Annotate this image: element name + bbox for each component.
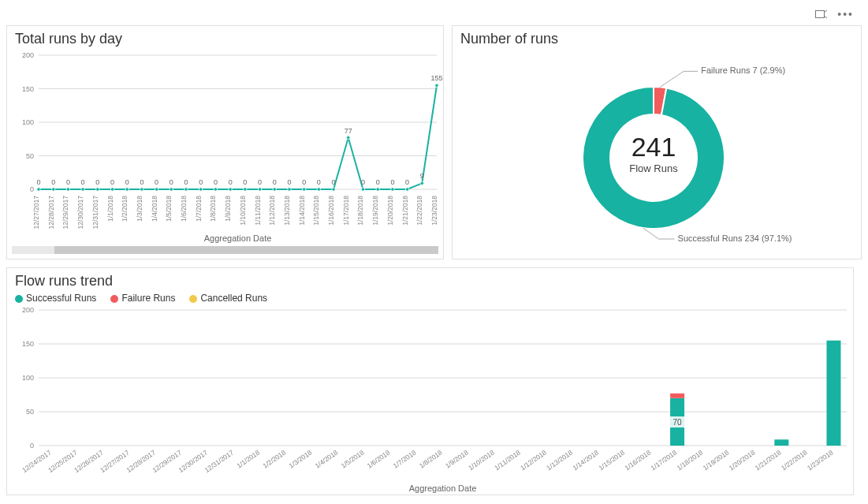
chart-title: Total runs by day [7, 26, 443, 47]
svg-text:1/17/2018: 1/17/2018 [650, 448, 679, 472]
svg-text:1/11/2018: 1/11/2018 [493, 448, 522, 472]
svg-text:1/13/2018: 1/13/2018 [283, 196, 291, 226]
svg-text:Successful Runs 234 (97.1%): Successful Runs 234 (97.1%) [678, 233, 792, 243]
chart-title: Number of runs [453, 26, 861, 47]
svg-text:1/23/2018: 1/23/2018 [806, 448, 835, 472]
svg-text:1/14/2018: 1/14/2018 [298, 196, 306, 226]
svg-point-15 [66, 188, 69, 191]
svg-text:100: 100 [22, 118, 34, 126]
svg-text:1/7/2018: 1/7/2018 [392, 448, 418, 469]
svg-text:Flow Runs: Flow Runs [629, 162, 678, 174]
svg-text:1/19/2018: 1/19/2018 [702, 448, 731, 472]
svg-point-59 [391, 188, 394, 191]
svg-text:0: 0 [155, 178, 158, 186]
svg-text:12/30/2017: 12/30/2017 [76, 196, 84, 230]
svg-text:0: 0 [30, 442, 34, 450]
svg-point-65 [435, 84, 438, 87]
svg-text:1/2/2018: 1/2/2018 [261, 448, 287, 469]
svg-text:0: 0 [302, 178, 306, 186]
svg-rect-115 [670, 394, 684, 398]
svg-text:1/6/2018: 1/6/2018 [366, 448, 392, 469]
line-chart[interactable]: 0501001502000000000000000000000007700009… [7, 47, 443, 245]
svg-point-21 [110, 188, 114, 191]
horizontal-scrollbar[interactable] [12, 246, 438, 254]
svg-text:12/31/2017: 12/31/2017 [91, 196, 99, 230]
svg-text:12/31/2017: 12/31/2017 [203, 448, 236, 474]
svg-text:1/21/2018: 1/21/2018 [754, 448, 783, 472]
share-icon[interactable] [815, 8, 828, 21]
svg-text:1/8/2018: 1/8/2018 [209, 196, 217, 222]
svg-text:50: 50 [26, 152, 34, 160]
donut-chart[interactable]: 241Flow RunsFailure Runs 7 (2.9%)Success… [453, 47, 861, 252]
svg-text:0: 0 [95, 178, 99, 186]
svg-text:1/10/2018: 1/10/2018 [239, 196, 247, 226]
svg-text:0: 0 [110, 178, 114, 186]
svg-text:1/18/2018: 1/18/2018 [676, 448, 705, 472]
svg-text:1/8/2018: 1/8/2018 [418, 448, 444, 469]
report-toolbar: ••• [6, 6, 862, 25]
svg-text:0: 0 [332, 178, 336, 186]
svg-text:241: 241 [631, 132, 676, 162]
svg-text:1/22/2018: 1/22/2018 [780, 448, 809, 472]
svg-text:0: 0 [36, 178, 40, 186]
svg-text:200: 200 [22, 306, 34, 314]
svg-text:1/13/2018: 1/13/2018 [545, 448, 574, 472]
svg-text:0: 0 [376, 178, 380, 186]
svg-text:1/20/2018: 1/20/2018 [728, 448, 757, 472]
svg-point-41 [258, 188, 261, 191]
svg-text:0: 0 [66, 178, 70, 186]
svg-point-49 [317, 188, 320, 191]
svg-text:0: 0 [51, 178, 55, 186]
svg-text:1/3/2018: 1/3/2018 [287, 448, 313, 469]
svg-text:1/14/2018: 1/14/2018 [571, 448, 600, 472]
card-flow-runs-trend: Flow runs trend Successful RunsFailure R… [6, 267, 854, 495]
svg-text:0: 0 [184, 178, 188, 186]
legend-item[interactable]: Failure Runs [110, 293, 175, 304]
svg-text:Aggregation Date: Aggregation Date [204, 233, 272, 243]
stacked-bar-chart[interactable]: 0501001502007012/24/201712/25/201712/26/… [7, 305, 853, 495]
svg-line-98 [660, 71, 684, 87]
svg-point-33 [199, 188, 203, 191]
svg-point-55 [361, 188, 364, 191]
svg-text:70: 70 [673, 418, 683, 427]
svg-point-51 [332, 188, 335, 191]
more-options-icon[interactable]: ••• [837, 8, 854, 21]
svg-text:Failure Runs 7 (2.9%): Failure Runs 7 (2.9%) [701, 65, 785, 75]
svg-text:12/27/2017: 12/27/2017 [32, 196, 40, 230]
svg-text:1/23/2018: 1/23/2018 [430, 196, 438, 226]
card-total-runs-by-day: Total runs by day 0501001502000000000000… [6, 25, 444, 259]
svg-text:0: 0 [317, 178, 321, 186]
svg-point-37 [229, 188, 232, 191]
svg-text:1/20/2018: 1/20/2018 [386, 196, 394, 226]
svg-text:1/2/2018: 1/2/2018 [121, 196, 129, 222]
svg-text:0: 0 [287, 178, 291, 186]
svg-rect-116 [774, 439, 788, 446]
svg-text:1/18/2018: 1/18/2018 [356, 196, 364, 226]
svg-text:0: 0 [81, 178, 85, 186]
svg-text:1/12/2018: 1/12/2018 [519, 448, 548, 472]
svg-text:0: 0 [199, 178, 203, 186]
svg-point-23 [125, 188, 129, 191]
svg-text:12/28/2017: 12/28/2017 [47, 196, 55, 230]
svg-text:1/4/2018: 1/4/2018 [314, 448, 340, 469]
svg-point-27 [155, 188, 158, 191]
svg-text:1/17/2018: 1/17/2018 [342, 196, 350, 226]
svg-point-43 [273, 188, 276, 191]
svg-point-35 [214, 188, 217, 191]
svg-text:1/16/2018: 1/16/2018 [327, 196, 335, 226]
svg-text:1/7/2018: 1/7/2018 [195, 196, 203, 222]
svg-text:1/12/2018: 1/12/2018 [268, 196, 276, 226]
svg-point-47 [302, 188, 305, 191]
svg-point-45 [288, 188, 291, 191]
svg-line-101 [643, 228, 659, 239]
svg-text:1/5/2018: 1/5/2018 [165, 196, 173, 222]
svg-rect-117 [826, 341, 840, 446]
legend-item[interactable]: Successful Runs [15, 293, 96, 304]
svg-text:12/29/2017: 12/29/2017 [61, 196, 69, 230]
legend-item[interactable]: Cancelled Runs [189, 293, 267, 304]
chart-title: Flow runs trend [7, 268, 853, 289]
svg-text:0: 0 [405, 178, 409, 186]
card-number-of-runs: Number of runs 241Flow RunsFailure Runs … [452, 25, 862, 259]
svg-point-61 [405, 188, 408, 191]
svg-text:1/3/2018: 1/3/2018 [136, 196, 143, 222]
